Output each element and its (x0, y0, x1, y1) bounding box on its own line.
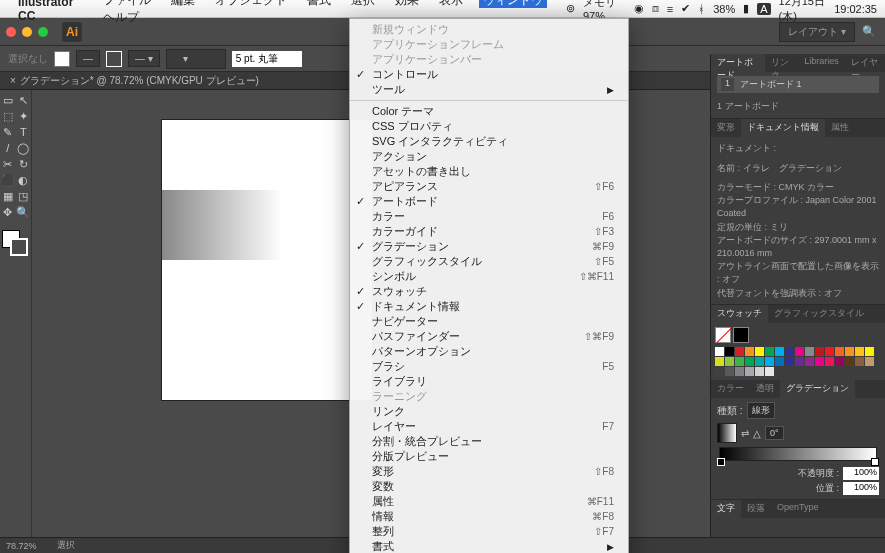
tool-4[interactable]: ✎ (0, 124, 16, 140)
swatch[interactable] (745, 347, 754, 356)
menu-ヘルプ[interactable]: ヘルプ (99, 9, 143, 25)
swatch[interactable] (735, 367, 744, 376)
swatch[interactable] (765, 347, 774, 356)
tab-アートボード[interactable]: アートボード (711, 54, 765, 72)
menu-item-ツール[interactable]: ツール▶ (350, 82, 628, 97)
menu-オブジェクト[interactable]: オブジェクト (211, 0, 291, 8)
swatch[interactable] (775, 357, 784, 366)
brush-input[interactable]: 5 pt. 丸筆 (232, 51, 302, 67)
tab-段落[interactable]: 段落 (741, 500, 771, 518)
menu-item-ナビゲーター[interactable]: ナビゲーター (350, 314, 628, 329)
tab-ドキュメント情報[interactable]: ドキュメント情報 (741, 119, 825, 137)
tab-カラー[interactable]: カラー (711, 380, 750, 398)
swatch[interactable] (725, 367, 734, 376)
app-name[interactable]: Illustrator CC (18, 0, 87, 23)
menu-編集[interactable]: 編集 (167, 0, 199, 8)
wifi-icon[interactable]: ⊚ (566, 2, 575, 15)
minimize-icon[interactable] (22, 27, 32, 37)
swatch[interactable] (805, 357, 814, 366)
gradient-rectangle[interactable] (162, 190, 282, 260)
tool-0[interactable]: ▭ (0, 92, 16, 108)
swatch[interactable] (755, 367, 764, 376)
menu-item-ライブラリ[interactable]: ライブラリ (350, 374, 628, 389)
swatch[interactable] (815, 357, 824, 366)
menu-item-分版プレビュー[interactable]: 分版プレビュー (350, 449, 628, 464)
angle-input[interactable]: 0° (765, 426, 784, 440)
swatch[interactable] (845, 347, 854, 356)
gradient-type-select[interactable]: 線形 (747, 402, 775, 419)
opacity-dropdown[interactable]: ▾ (166, 49, 226, 69)
menu-item-アセットの書き出し[interactable]: アセットの書き出し (350, 164, 628, 179)
menu-item-Color テーマ[interactable]: Color テーマ (350, 104, 628, 119)
menu-item-変形[interactable]: 変形⇧F8 (350, 464, 628, 479)
swatch[interactable] (765, 357, 774, 366)
tool-9[interactable]: ↻ (16, 156, 32, 172)
tab-グラデーション[interactable]: グラデーション (780, 380, 855, 398)
swatch[interactable] (855, 347, 864, 356)
battery-indicator[interactable]: 38% (713, 3, 735, 15)
tool-7[interactable]: ◯ (16, 140, 32, 156)
menu-item-グラデーション[interactable]: ✓グラデーション⌘F9 (350, 239, 628, 254)
menu-item-コントロール[interactable]: ✓コントロール (350, 67, 628, 82)
clock-time[interactable]: 19:02:35 (834, 3, 877, 15)
tool-11[interactable]: ◐ (16, 172, 32, 188)
tool-13[interactable]: ◳ (16, 188, 32, 204)
location-input[interactable]: 100% (843, 482, 879, 495)
gradient-stop-end[interactable] (871, 458, 879, 466)
menu-item-カラー[interactable]: カラーF6 (350, 209, 628, 224)
zoom-icon[interactable] (38, 27, 48, 37)
menu-item-変数[interactable]: 変数 (350, 479, 628, 494)
menu-書式[interactable]: 書式 (303, 0, 335, 8)
sync-icon[interactable]: ✔ (681, 2, 690, 15)
swatch[interactable] (775, 347, 784, 356)
menu-ファイル[interactable]: ファイル (99, 0, 155, 8)
swatch[interactable] (835, 347, 844, 356)
swatch[interactable] (725, 347, 734, 356)
menu-item-パスファインダー[interactable]: パスファインダー⇧⌘F9 (350, 329, 628, 344)
close-icon[interactable] (6, 27, 16, 37)
menu-表示[interactable]: 表示 (435, 0, 467, 8)
swatch[interactable] (805, 347, 814, 356)
swatch[interactable] (795, 357, 804, 366)
swatch[interactable] (785, 357, 794, 366)
stroke-box[interactable] (10, 238, 28, 256)
workspace-selector[interactable]: レイアウト ▾ (779, 22, 855, 42)
bluetooth-icon[interactable]: ᚼ (698, 3, 705, 15)
tab-レイヤー[interactable]: レイヤー (845, 54, 885, 72)
tab-Libraries[interactable]: Libraries (798, 54, 845, 72)
swatch[interactable] (815, 347, 824, 356)
swatch[interactable] (715, 347, 724, 356)
window-menu-dropdown[interactable]: 新規ウィンドウアプリケーションフレームアプリケーションバー✓コントロールツール▶… (349, 18, 629, 553)
menu-item-ブラシ[interactable]: ブラシF5 (350, 359, 628, 374)
menu-ウィンドウ[interactable]: ウィンドウ (479, 0, 547, 8)
swatch[interactable] (865, 347, 874, 356)
menu-item-レイヤー[interactable]: レイヤーF7 (350, 419, 628, 434)
tab-close-icon[interactable]: × (10, 75, 16, 86)
gradient-stop-start[interactable] (717, 458, 725, 466)
menu-item-シンボル[interactable]: シンボル⇧⌘F11 (350, 269, 628, 284)
swatch[interactable] (865, 357, 874, 366)
stroke-weight[interactable]: — (76, 50, 100, 67)
swatch[interactable] (855, 357, 864, 366)
swatch[interactable] (825, 357, 834, 366)
swatch[interactable] (845, 357, 854, 366)
menu-item-CSS プロパティ[interactable]: CSS プロパティ (350, 119, 628, 134)
tab-OpenType[interactable]: OpenType (771, 500, 825, 518)
swatch-none-icon[interactable] (715, 327, 731, 343)
menu-item-ドキュメント情報[interactable]: ✓ドキュメント情報 (350, 299, 628, 314)
tool-2[interactable]: ⬚ (0, 108, 16, 124)
menu-item-SVG インタラクティビティ[interactable]: SVG インタラクティビティ (350, 134, 628, 149)
tab-文字[interactable]: 文字 (711, 500, 741, 518)
swatch-registration-icon[interactable] (733, 327, 749, 343)
tool-15[interactable]: 🔍 (16, 204, 32, 220)
stroke-dropdown[interactable]: — ▾ (128, 50, 160, 67)
swatch[interactable] (745, 357, 754, 366)
swatch[interactable] (725, 357, 734, 366)
menu-item-パターンオプション[interactable]: パターンオプション (350, 344, 628, 359)
menu-item-リンク[interactable]: リンク (350, 404, 628, 419)
swatch[interactable] (835, 357, 844, 366)
clock-date[interactable]: 12月15日(木) (779, 0, 827, 24)
menu-選択[interactable]: 選択 (347, 0, 379, 8)
opacity-input[interactable]: 100% (843, 467, 879, 480)
tool-12[interactable]: ▦ (0, 188, 16, 204)
